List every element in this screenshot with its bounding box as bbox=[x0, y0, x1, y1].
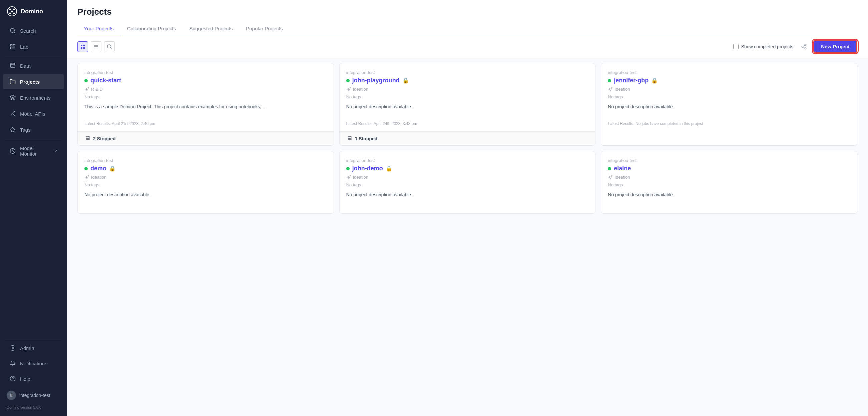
project-stage-row: Ideation bbox=[84, 175, 327, 180]
sidebar-item-search-label: Search bbox=[20, 28, 36, 34]
project-card[interactable]: integration-test demo 🔒 Ideation No tags… bbox=[78, 151, 334, 214]
new-project-button[interactable]: New Project bbox=[813, 40, 857, 53]
sidebar-item-help[interactable]: Help bbox=[3, 371, 64, 386]
svg-rect-23 bbox=[81, 47, 83, 49]
show-completed-label[interactable]: Show completed projects bbox=[733, 44, 793, 49]
sidebar-divider-2 bbox=[5, 139, 61, 139]
sidebar-item-tags-label: Tags bbox=[20, 127, 31, 133]
data-icon bbox=[9, 62, 16, 69]
project-card[interactable]: integration-test john-playground 🔒 Ideat… bbox=[339, 63, 596, 146]
project-status-dot bbox=[84, 167, 88, 170]
project-tags: No tags bbox=[608, 94, 850, 99]
project-card[interactable]: integration-test quick-start R & D No ta… bbox=[78, 63, 334, 146]
svg-point-6 bbox=[10, 28, 14, 32]
show-completed-checkbox[interactable] bbox=[733, 44, 739, 49]
tab-your-projects[interactable]: Your Projects bbox=[78, 22, 120, 35]
project-status-dot bbox=[346, 79, 350, 82]
svg-rect-21 bbox=[81, 45, 83, 46]
project-name-row: john-playground 🔒 bbox=[346, 77, 589, 84]
main-content: Projects Your Projects Collaborating Pro… bbox=[67, 0, 868, 416]
svg-point-31 bbox=[802, 46, 803, 47]
project-stage-row: R & D bbox=[84, 87, 327, 92]
project-name-row: quick-start bbox=[84, 77, 327, 84]
domino-logo-icon bbox=[7, 6, 17, 17]
share-button[interactable] bbox=[799, 41, 809, 52]
project-card[interactable]: integration-test elaine Ideation No tags… bbox=[601, 151, 857, 214]
sidebar: Domino Search Lab Data Projects Environm… bbox=[0, 0, 67, 416]
project-namespace: integration-test bbox=[346, 70, 589, 75]
stage-icon bbox=[346, 87, 351, 92]
search-icon bbox=[9, 27, 16, 34]
project-name: demo bbox=[90, 165, 106, 172]
svg-point-4 bbox=[13, 13, 15, 14]
project-card-body: integration-test john-demo 🔒 Ideation No… bbox=[340, 151, 595, 213]
sidebar-item-projects[interactable]: Projects bbox=[3, 74, 64, 89]
svg-marker-40 bbox=[609, 175, 612, 179]
sidebar-item-admin[interactable]: Admin bbox=[3, 341, 64, 355]
list-view-button[interactable] bbox=[91, 41, 101, 52]
tab-suggested-projects[interactable]: Suggested Projects bbox=[183, 22, 239, 35]
sidebar-item-model-monitor[interactable]: Model Monitor ↗ bbox=[3, 141, 64, 161]
sidebar-item-notifications[interactable]: Notifications bbox=[3, 356, 64, 371]
svg-marker-37 bbox=[609, 87, 612, 91]
show-completed-text: Show completed projects bbox=[741, 44, 793, 49]
sidebar-item-model-apis[interactable]: Model APIs bbox=[3, 106, 64, 121]
project-name: john-playground bbox=[352, 77, 400, 84]
search-button[interactable] bbox=[104, 41, 115, 52]
sidebar-item-lab-label: Lab bbox=[20, 44, 28, 50]
project-status-dot bbox=[84, 79, 88, 82]
project-card-body: integration-test jennifer-gbp 🔒 Ideation… bbox=[601, 63, 857, 145]
project-tags: No tags bbox=[84, 182, 327, 187]
environments-icon bbox=[9, 94, 16, 101]
sidebar-item-search[interactable]: Search bbox=[3, 23, 64, 38]
project-card[interactable]: integration-test john-demo 🔒 Ideation No… bbox=[339, 151, 596, 214]
project-namespace: integration-test bbox=[608, 158, 850, 163]
project-tags: No tags bbox=[346, 94, 589, 99]
admin-icon bbox=[9, 345, 16, 351]
model-apis-icon bbox=[9, 110, 16, 117]
sidebar-item-data[interactable]: Data bbox=[3, 58, 64, 73]
project-card-body: integration-test quick-start R & D No ta… bbox=[78, 63, 334, 131]
sidebar-item-lab[interactable]: Lab bbox=[3, 39, 64, 54]
stage-icon bbox=[608, 87, 613, 92]
stage-icon bbox=[84, 87, 89, 92]
monitor-icon: 🖥 bbox=[346, 135, 352, 142]
stage-icon bbox=[608, 175, 613, 180]
project-description: No project description available. bbox=[346, 191, 589, 205]
sidebar-item-help-label: Help bbox=[20, 376, 30, 382]
lab-icon bbox=[9, 43, 16, 50]
project-name: elaine bbox=[614, 165, 631, 172]
svg-line-29 bbox=[111, 48, 112, 49]
project-latest-results: Latest Results: April 21st 2023, 2:46 pm bbox=[84, 121, 327, 126]
share-icon bbox=[801, 44, 807, 50]
project-card-footer: 🖥 2 Stopped bbox=[78, 131, 334, 145]
project-name-row: john-demo 🔒 bbox=[346, 165, 589, 172]
lock-icon: 🔒 bbox=[385, 165, 392, 172]
project-name-row: demo 🔒 bbox=[84, 165, 327, 172]
project-latest-results: Latest Results: No jobs have completed i… bbox=[608, 121, 850, 126]
svg-rect-24 bbox=[83, 47, 85, 49]
sidebar-user[interactable]: II integration-test bbox=[0, 387, 67, 404]
tab-popular-projects[interactable]: Popular Projects bbox=[240, 22, 289, 35]
project-stage-row: Ideation bbox=[346, 175, 589, 180]
project-stage: Ideation bbox=[353, 175, 368, 180]
project-status: 2 Stopped bbox=[93, 136, 116, 141]
project-latest-results: Latest Results: April 24th 2023, 3:48 pm bbox=[346, 121, 589, 126]
project-card-body: integration-test demo 🔒 Ideation No tags… bbox=[78, 151, 334, 213]
notifications-icon bbox=[9, 360, 16, 367]
project-card[interactable]: integration-test jennifer-gbp 🔒 Ideation… bbox=[601, 63, 857, 146]
grid-view-icon bbox=[80, 44, 85, 49]
project-name: quick-start bbox=[90, 77, 121, 84]
project-description: This is a sample Domino Project. This pr… bbox=[84, 103, 327, 117]
sidebar-item-data-label: Data bbox=[20, 63, 31, 69]
app-logo[interactable]: Domino bbox=[0, 0, 67, 23]
project-description: No project description available. bbox=[608, 103, 850, 117]
grid-view-button[interactable] bbox=[78, 41, 88, 52]
project-description: No project description available. bbox=[608, 191, 850, 205]
sidebar-item-tags[interactable]: Tags bbox=[3, 122, 64, 137]
lock-icon: 🔒 bbox=[402, 77, 409, 84]
svg-marker-13 bbox=[10, 95, 16, 98]
page-title: Projects bbox=[78, 7, 857, 17]
tab-collaborating-projects[interactable]: Collaborating Projects bbox=[120, 22, 183, 35]
sidebar-item-environments[interactable]: Environments bbox=[3, 90, 64, 105]
